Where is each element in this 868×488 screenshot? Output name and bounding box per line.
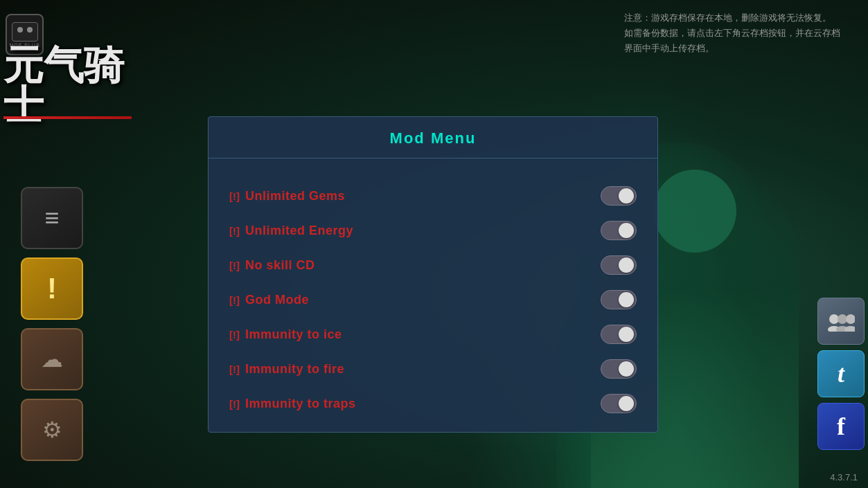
mod-label-immunity-traps: Immunity to traps bbox=[245, 397, 356, 411]
mod-label-unlimited-energy: Unlimited Energy bbox=[245, 224, 353, 238]
mod-prefix-5: [!] bbox=[229, 329, 240, 341]
mod-menu-title: Mod Menu bbox=[390, 129, 477, 147]
sidebar-menu-button[interactable]: ≡ bbox=[21, 187, 83, 249]
toggle-no-skill-cd[interactable] bbox=[601, 255, 637, 275]
notice-line2: 如需备份数据，请点击左下角云存档按钮，并在云存档 bbox=[624, 26, 840, 41]
notice-line1: 注意：游戏存档保存在本地，删除游戏将无法恢复。 bbox=[624, 10, 840, 26]
social-panel: t f bbox=[817, 298, 865, 450]
toggle-immunity-traps[interactable] bbox=[601, 394, 637, 413]
mod-item-left-6: [!] Immunity to fire bbox=[229, 362, 344, 377]
toggle-knob-1 bbox=[619, 188, 634, 204]
toggle-knob-6 bbox=[619, 361, 634, 377]
sidebar: ≡ ! ☁ ⚙ bbox=[21, 187, 83, 461]
svg-point-2 bbox=[846, 314, 855, 324]
mod-label-god-mode: God Mode bbox=[245, 293, 309, 307]
mod-menu-header: Mod Menu bbox=[209, 117, 657, 159]
mod-label-immunity-fire: Immunity to fire bbox=[245, 362, 344, 377]
logo-area: MOE PLUS 元气骑士 bbox=[0, 7, 139, 125]
mod-item-left-4: [!] God Mode bbox=[229, 293, 309, 307]
mod-item-immunity-fire[interactable]: [!] Immunity to fire bbox=[219, 352, 647, 386]
mod-item-left-2: [!] Unlimited Energy bbox=[229, 224, 353, 238]
cloud-icon: ☁ bbox=[41, 346, 63, 372]
svg-point-0 bbox=[829, 314, 839, 324]
mod-prefix-2: [!] bbox=[229, 225, 240, 237]
mod-item-no-skill-cd[interactable]: [!] No skill CD bbox=[219, 248, 647, 282]
toggle-unlimited-energy[interactable] bbox=[601, 221, 637, 240]
sidebar-settings-button[interactable]: ⚙ bbox=[21, 399, 83, 461]
mod-item-unlimited-gems[interactable]: [!] Unlimited Gems bbox=[219, 179, 647, 213]
mod-menu-panel: Mod Menu [!] Unlimited Gems [!] Unlimite… bbox=[208, 116, 658, 433]
toggle-knob-7 bbox=[619, 396, 634, 411]
mod-panel-divider bbox=[209, 159, 657, 179]
sidebar-alert-button[interactable]: ! bbox=[21, 257, 83, 320]
mod-item-unlimited-energy[interactable]: [!] Unlimited Energy bbox=[219, 214, 647, 247]
mod-item-left-7: [!] Immunity to traps bbox=[229, 397, 356, 411]
toggle-knob-3 bbox=[619, 257, 634, 273]
mod-prefix-7: [!] bbox=[229, 398, 240, 410]
alert-icon: ! bbox=[47, 272, 57, 305]
notice-line3: 界面中手动上传存档。 bbox=[624, 41, 840, 56]
social-facebook-button[interactable]: f bbox=[817, 403, 865, 450]
mod-label-unlimited-gems: Unlimited Gems bbox=[245, 189, 345, 204]
mod-label-immunity-ice: Immunity to ice bbox=[245, 327, 342, 342]
twitter-icon: t bbox=[838, 359, 844, 388]
mod-item-god-mode[interactable]: [!] God Mode bbox=[219, 283, 647, 316]
mod-item-immunity-ice[interactable]: [!] Immunity to ice bbox=[219, 318, 647, 351]
sidebar-cloud-button[interactable]: ☁ bbox=[21, 328, 83, 390]
social-twitter-button[interactable]: t bbox=[817, 350, 865, 397]
notice-area: 注意：游戏存档保存在本地，删除游戏将无法恢复。 如需备份数据，请点击左下角云存档… bbox=[624, 10, 840, 56]
mod-item-left: [!] Unlimited Gems bbox=[229, 189, 345, 204]
toggle-knob-5 bbox=[619, 327, 634, 342]
toggle-immunity-fire[interactable] bbox=[601, 359, 637, 379]
title-underline bbox=[3, 116, 132, 119]
mod-item-left-3: [!] No skill CD bbox=[229, 258, 315, 273]
mod-label-no-skill-cd: No skill CD bbox=[245, 258, 315, 273]
social-group-button[interactable] bbox=[817, 298, 865, 345]
mod-item-left-5: [!] Immunity to ice bbox=[229, 327, 342, 342]
mod-prefix-1: [!] bbox=[229, 190, 240, 202]
mod-prefix-3: [!] bbox=[229, 260, 240, 271]
mod-prefix-6: [!] bbox=[229, 363, 240, 375]
mod-item-immunity-traps[interactable]: [!] Immunity to traps bbox=[219, 387, 647, 420]
version-text: 4.3.7.1 bbox=[830, 472, 858, 482]
character-head bbox=[653, 170, 736, 253]
toggle-immunity-ice[interactable] bbox=[601, 325, 637, 344]
app-icon-face bbox=[12, 22, 38, 42]
mod-prefix-4: [!] bbox=[229, 294, 240, 306]
toggle-god-mode[interactable] bbox=[601, 290, 637, 309]
group-icon bbox=[827, 311, 855, 332]
svg-point-1 bbox=[838, 314, 847, 324]
toggle-knob-2 bbox=[619, 223, 634, 238]
mod-items-list: [!] Unlimited Gems [!] Unlimited Energy … bbox=[209, 179, 657, 432]
gear-icon: ⚙ bbox=[42, 417, 62, 443]
game-title: 元气骑士 bbox=[3, 45, 139, 125]
toggle-unlimited-gems[interactable] bbox=[601, 186, 637, 206]
toggle-knob-4 bbox=[619, 292, 634, 307]
menu-icon: ≡ bbox=[44, 204, 59, 233]
facebook-icon: f bbox=[837, 412, 845, 441]
